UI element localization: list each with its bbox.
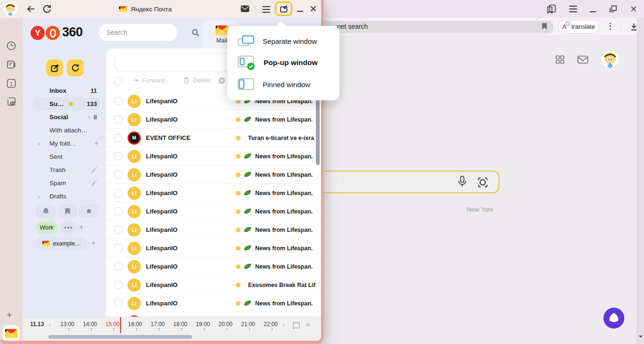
translate-button[interactable]: A translate [558,20,599,33]
timeline-prev-icon[interactable]: ‹ [48,320,51,328]
empty-spam-icon[interactable] [90,180,97,187]
add-panel-icon[interactable]: + [7,310,12,321]
account-pill[interactable]: example… [36,238,88,250]
check-mail-button[interactable] [67,59,84,76]
browser-close-button[interactable] [630,5,637,13]
message-checkbox[interactable] [114,299,122,307]
message-sender: LifespanIO [146,116,231,123]
history-icon[interactable] [6,41,16,51]
folder-with-attachments[interactable]: With attach… [34,123,101,137]
message-row[interactable]: LI LifespanIO News from Lifespan. [106,294,321,312]
profile-avatar[interactable] [3,2,17,16]
message-checkbox[interactable] [114,152,122,160]
message-checkbox[interactable] [114,134,122,142]
message-checkbox[interactable] [114,244,122,252]
mail-search-input[interactable] [106,29,192,36]
message-row[interactable]: LI LifespanIO News from Lifespan. [106,165,321,184]
message-row[interactable]: LI LifespanIO News from Lifespan. [106,184,321,202]
message-checkbox[interactable] [114,226,122,234]
envelope-icon[interactable] [241,5,250,12]
separate-window-icon [237,34,255,48]
folder-inbox[interactable]: Inbox 11 [34,84,101,97]
delete-button[interactable]: Delete [183,77,211,84]
folder-drafts[interactable]: › Drafts [34,189,101,203]
timeline-collapse-icon[interactable]: « [306,320,309,329]
message-checkbox[interactable] [114,281,122,289]
browser-profile-avatar[interactable] [601,50,619,68]
back-button[interactable] [26,4,36,14]
screenshot-icon[interactable] [6,96,17,107]
add-folder-icon[interactable]: + [94,139,98,147]
timeline-next-icon[interactable]: › [282,320,285,328]
message-checkbox[interactable] [114,189,122,197]
message-row[interactable]: LI LifespanIO Exosomes Break Rat Lif [106,276,321,294]
menu-item-separate-window[interactable]: Separate window [227,30,339,52]
expand-chevron-icon[interactable]: › [38,193,40,200]
browser-restore-button[interactable] [609,5,617,13]
folder-sent[interactable]: Sent [34,150,101,163]
folder-subscriptions[interactable]: Su… 133 [34,97,101,110]
window-mode-button[interactable] [275,1,292,16]
day-timeline[interactable]: 11.13 ‹ 13:00 14:00 15:00 16:00 17:00 18… [23,317,321,333]
message-row[interactable]: M EVENT OFFICE Turan e-ticarət və e-ixra [106,129,321,147]
notes-icon[interactable] [6,59,16,70]
message-checkbox[interactable] [114,207,122,215]
toolbar-overflow-icon[interactable] [610,23,611,30]
folder-spam[interactable]: Spam [34,176,101,189]
message-sender: LifespanIO [146,245,231,252]
menu-item-popup-window[interactable]: Pop-up window [227,52,339,74]
browser-menu-icon[interactable] [569,6,577,12]
add-event-icon[interactable] [292,321,301,330]
message-checkbox[interactable] [114,97,122,105]
filter-reminders-pill[interactable] [36,205,56,218]
message-row[interactable]: LI LifespanIO News from Lifespan. [106,221,321,239]
popup-minimize-button[interactable] [297,11,303,12]
mail-service-icon[interactable] [577,55,588,64]
browser-scrollbar[interactable] [637,18,644,344]
add-account-icon[interactable]: + [91,239,96,247]
bookmarks-panel-icon[interactable] [546,4,556,14]
image-search-icon[interactable] [476,176,489,188]
message-row[interactable]: LI LifespanIO News from Lifespan. [106,202,321,221]
message-row[interactable]: LI LifespanIO News from Lifespan. [106,147,321,165]
folder-my-folders[interactable]: › My fold… + [34,137,101,150]
popup-close-button[interactable] [310,5,317,12]
select-all-checkbox[interactable] [114,77,122,85]
services-grid-icon[interactable] [555,55,564,64]
scrollbar-down-arrow[interactable] [639,336,643,338]
leaf-icon [243,189,252,197]
message-row[interactable] [106,312,321,317]
message-row[interactable]: LI LifespanIO News from Lifespan. [106,257,321,276]
list-scrollbar-thumb[interactable] [316,100,320,165]
folder-trash[interactable]: Trash [34,163,101,176]
horizontal-scrollbar-thumb[interactable] [48,335,192,339]
alice-assistant-button[interactable] [604,308,624,328]
forward-button[interactable]: Forward [131,77,165,84]
message-row[interactable]: LI LifespanIO News from Lifespan. [106,110,321,129]
filter-bookmarks-pill[interactable] [57,205,77,218]
mail-app-icon[interactable] [3,325,20,342]
message-checkbox[interactable] [114,171,122,179]
message-checkbox[interactable] [114,115,122,123]
message-checkbox[interactable] [114,262,122,270]
popup-menu-icon[interactable] [262,6,270,13]
labels-more-button[interactable] [61,221,75,234]
label-work[interactable]: Work [36,221,57,234]
bookmark-flag-icon[interactable] [541,23,547,30]
expand-chevron-icon[interactable]: › [38,140,40,147]
empty-trash-icon[interactable] [90,166,97,173]
message-row[interactable]: LI LifespanIO News from Lifespan. [106,239,321,257]
message-subject: Turan e-ticarət və e-ixra [248,135,315,141]
menu-item-pinned-window[interactable]: Pinned window [227,74,339,95]
timeline-label: 17:00 [151,321,165,328]
refresh-button[interactable] [42,4,52,14]
add-label-icon[interactable]: + [79,223,83,231]
browser-minimize-button[interactable] [590,11,596,12]
pinned-window-icon [237,78,255,91]
folder-social[interactable]: Social 8 [34,110,101,123]
tab-counter-icon[interactable]: 1 [6,78,16,89]
filter-dot-pill[interactable] [79,205,99,218]
mail-search-bar[interactable] [99,24,177,41]
voice-search-icon[interactable] [457,175,468,188]
compose-button[interactable] [46,59,63,76]
